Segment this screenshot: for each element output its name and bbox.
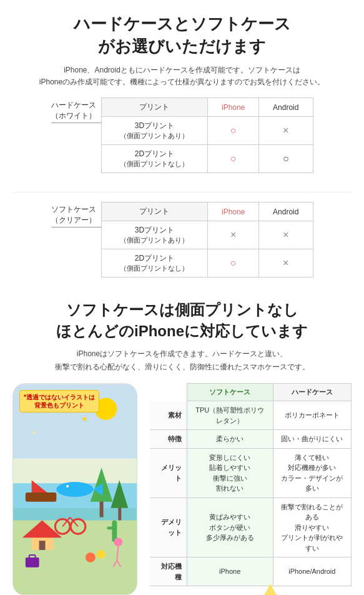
section2-body: *透過ではないイラストは背景色もプリント [12, 383, 352, 595]
section1: ハードケースとソフトケースがお選びいただけます iPhone、Androidとも… [12, 12, 352, 287]
svg-point-29 [114, 538, 122, 546]
soft-header-android: Android [258, 202, 313, 221]
svg-text:★: ★ [81, 414, 88, 423]
compare-label-demerit: デメリット [150, 498, 187, 558]
hard-case-row-group: ハードケース（ホワイト） プリント iPhone Android 3Dプリント（… [12, 98, 352, 182]
section2-description: iPhoneはソフトケースを作成できます。ハードケースと違い、衝撃で割れる心配が… [12, 348, 352, 373]
section2-title: ソフトケースは側面プリントなしほとんどのiPhoneに対応しています [12, 299, 352, 341]
section2: ソフトケースは側面プリントなしほとんどのiPhoneに対応しています iPhon… [12, 299, 352, 595]
soft-case-table: プリント iPhone Android 3Dプリント（側面プリントあり） × ×… [101, 202, 313, 278]
soft-case-table-wrapper: プリント iPhone Android 3Dプリント（側面プリントあり） × ×… [101, 202, 313, 278]
compare-hard-demerit: 衝撃で割れることがある滑りやすいプリントが剥がれやすい [273, 498, 351, 558]
table-row: 2Dプリント（側面プリントなし） ○ × [101, 249, 313, 278]
compare-soft-feature: 柔らかい [187, 430, 273, 449]
soft-row1-iphone: × [208, 221, 259, 249]
svg-rect-7 [26, 492, 57, 502]
hard-header-android: Android [258, 98, 313, 117]
table-divider [12, 192, 352, 192]
hard-case-label: ハードケース（ホワイト） [51, 100, 101, 123]
soft-case-row-group: ソフトケース（クリアー） プリント iPhone Android 3Dプリント（… [12, 202, 352, 287]
compare-table: ソフトケース ハードケース 素材 TPU（熱可塑性ポリウレタン） ポリカーボネー… [150, 383, 352, 586]
compare-hard-devices: iPhone/Android [273, 558, 351, 586]
soft-row2-iphone: ○ [208, 249, 259, 278]
compare-header-soft: ソフトケース [187, 384, 273, 401]
hard-row1-iphone: ○ [208, 117, 259, 145]
soft-row2-android: × [258, 249, 313, 278]
hard-case-table: プリント iPhone Android 3Dプリント（側面プリントあり） ○ ×… [101, 98, 313, 173]
compare-row-demerit: デメリット 黄ばみやすいボタンが硬い多少厚みがある 衝撃で割れることがある滑りや… [150, 498, 352, 558]
table-row: 3Dプリント（側面プリントあり） × × [101, 221, 313, 249]
hard-row1-android: × [258, 117, 313, 145]
compare-header-empty [150, 384, 187, 401]
svg-point-26 [97, 550, 106, 559]
soft-case-label: ソフトケース（クリアー） [51, 204, 101, 228]
compare-row-merit: メリット 変形しにくい貼着しやすい衝撃に強い割れない 薄くて軽い対応機種が多いカ… [150, 448, 352, 498]
soft-header-iphone: iPhone [208, 202, 259, 221]
compare-row-devices: 対応機種 iPhone iPhone/Android [150, 558, 352, 586]
svg-text:★: ★ [32, 429, 36, 435]
sticker-note: *透過ではないイラストは背景色もプリント [19, 390, 99, 412]
hard-row2-label: 2Dプリント（側面プリントなし） [101, 145, 208, 173]
page-container: ハードケースとソフトケースがお選びいただけます iPhone、Androidとも… [0, 0, 364, 595]
svg-point-15 [66, 485, 69, 488]
compare-row-material: 素材 TPU（熱可塑性ポリウレタン） ポリカーボネート [150, 401, 352, 430]
compare-label-devices: 対応機種 [150, 558, 187, 586]
hard-row1-label: 3Dプリント（側面プリントあり） [101, 117, 208, 145]
compare-soft-devices: iPhone [187, 558, 273, 586]
soft-header-print: プリント [101, 202, 208, 221]
phone-image-area: *透過ではないイラストは背景色もプリント [12, 383, 144, 595]
hard-row2-iphone: ○ [208, 145, 259, 173]
compare-hard-merit: 薄くて軽い対応機種が多いカラー・デザインが多い [273, 448, 351, 498]
compare-soft-demerit: 黄ばみやすいボタンが硬い多少厚みがある [187, 498, 273, 558]
table-row: 2Dプリント（側面プリントなし） ○ ○ [101, 145, 313, 173]
compare-hard-feature: 固い・曲がりにくい [273, 430, 351, 449]
compare-header-hard: ハードケース [273, 384, 351, 401]
phone-mockup: *透過ではないイラストは背景色もプリント [12, 383, 137, 595]
soft-row1-label: 3Dプリント（側面プリントあり） [101, 221, 208, 249]
compare-label-material: 素材 [150, 401, 187, 430]
hard-case-table-wrapper: プリント iPhone Android 3Dプリント（側面プリントあり） ○ ×… [101, 98, 313, 173]
phone-doodle-svg: ★ ★ [13, 384, 137, 595]
hard-header-iphone: iPhone [208, 98, 259, 117]
soft-row2-label: 2Dプリント（側面プリントなし） [101, 249, 208, 278]
compare-label-feature: 特徴 [150, 430, 187, 449]
compare-row-feature: 特徴 柔らかい 固い・曲がりにくい [150, 430, 352, 449]
svg-rect-27 [26, 558, 39, 568]
compare-soft-material: TPU（熱可塑性ポリウレタン） [187, 401, 273, 430]
hard-row2-android: ○ [258, 145, 313, 173]
compare-table-area: ソフトケース ハードケース 素材 TPU（熱可塑性ポリウレタン） ポリカーボネー… [150, 383, 352, 595]
hard-header-print: プリント [101, 98, 208, 117]
section1-title: ハードケースとソフトケースがお選びいただけます [12, 12, 352, 58]
compare-label-merit: メリット [150, 448, 187, 498]
section1-description: iPhone、Androidともにハードケースを作成可能です。ソフトケースはiP… [12, 64, 352, 88]
svg-rect-24 [39, 541, 46, 550]
table-row: 3Dプリント（側面プリントあり） ○ × [101, 117, 313, 145]
svg-point-25 [86, 552, 96, 562]
compare-hard-material: ポリカーボネート [273, 401, 351, 430]
soft-row1-android: × [258, 221, 313, 249]
svg-point-13 [56, 482, 93, 497]
compare-soft-merit: 変形しにくい貼着しやすい衝撃に強い割れない [187, 448, 273, 498]
svg-rect-21 [107, 527, 117, 530]
